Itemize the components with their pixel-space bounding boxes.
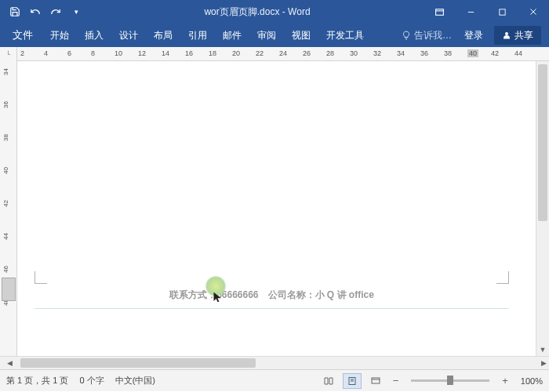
scroll-left-arrow[interactable]: ◀ (3, 357, 16, 369)
tab-layout[interactable]: 布局 (146, 24, 180, 47)
scroll-down-arrow[interactable]: ▼ (536, 343, 549, 356)
zoom-out-button[interactable]: − (390, 375, 402, 387)
ruler-mark: 42 (491, 49, 499, 57)
footer-corner-left (35, 271, 47, 284)
footer-separator (35, 308, 509, 309)
qat-more-button[interactable]: ▾ (67, 3, 85, 20)
zoom-level[interactable]: 100% (521, 376, 543, 386)
ruler-mark: 10 (115, 49, 122, 57)
ruler-mark: 34 (397, 49, 405, 57)
save-button[interactable] (6, 3, 24, 20)
tab-home[interactable]: 开始 (42, 24, 77, 47)
print-layout-icon (347, 376, 358, 386)
status-word-count[interactable]: 0 个字 (79, 375, 104, 387)
svg-rect-10 (372, 378, 380, 383)
ruler-mark: 44 (2, 233, 9, 240)
tell-me-label: 告诉我… (414, 29, 452, 42)
tab-mailings[interactable]: 邮件 (215, 24, 249, 47)
tab-view[interactable]: 视图 (284, 24, 318, 47)
ruler-mark: 28 (326, 49, 334, 57)
ruler-mark: 24 (279, 49, 287, 57)
footer-text: 联系方式：66666666 公司名称：小 Q 讲 office (35, 284, 509, 307)
maximize-icon (498, 8, 507, 16)
ruler-mark: 36 (420, 49, 428, 57)
undo-button[interactable] (27, 3, 44, 20)
footer-corner-right (496, 271, 509, 284)
tab-design[interactable]: 设计 (111, 24, 146, 47)
ruler-mark: 18 (209, 49, 216, 57)
cursor-icon (212, 290, 224, 304)
ruler-mark: 22 (256, 49, 264, 57)
lightbulb-icon (402, 31, 411, 40)
maximize-button[interactable] (486, 0, 518, 24)
ruler-mark: 32 (373, 49, 381, 57)
window-controls (424, 0, 549, 24)
ruler-mark: 46 (2, 266, 9, 273)
vertical-ruler[interactable]: 3436384042444648 (0, 61, 17, 356)
title-bar: ▾ wor页眉页脚.docx - Word (0, 0, 549, 24)
view-read-mode[interactable] (319, 373, 338, 389)
ruler-mark: 44 (514, 49, 522, 57)
web-layout-icon (370, 376, 381, 386)
zoom-slider[interactable] (411, 379, 489, 382)
page: 联系方式：66666666 公司名称：小 Q 讲 office (27, 61, 517, 356)
ruler-mark: 38 (2, 134, 9, 141)
view-web-layout[interactable] (366, 373, 385, 389)
tell-me-search[interactable]: 告诉我… (395, 29, 458, 42)
share-button[interactable]: 共享 (494, 26, 541, 45)
scroll-right-arrow[interactable]: ▶ (537, 357, 549, 369)
undo-icon (30, 6, 41, 17)
horizontal-scrollbar-row: ◀ ▶ (0, 356, 549, 369)
minimize-icon (467, 8, 475, 16)
document-canvas[interactable]: 联系方式：66666666 公司名称：小 Q 讲 office (17, 61, 536, 356)
ruler-mark: 30 (350, 49, 358, 57)
ruler-mark: 20 (232, 49, 240, 57)
svg-point-6 (505, 32, 508, 35)
login-link[interactable]: 登录 (458, 29, 489, 42)
close-button[interactable] (518, 0, 549, 24)
ruler-mark: 36 (2, 101, 9, 108)
horizontal-scroll-thumb[interactable] (20, 358, 256, 368)
svg-rect-0 (435, 9, 443, 15)
status-page[interactable]: 第 1 页，共 1 页 (6, 375, 68, 387)
ruler-mark: 6 (67, 49, 71, 57)
work-area: 3436384042444648 联系方式：66666666 公司名称：小 Q … (0, 61, 549, 356)
page-footer[interactable]: 联系方式：66666666 公司名称：小 Q 讲 office (35, 284, 509, 309)
horizontal-ruler[interactable]: └ 24681012141618202224262830323436384042… (0, 47, 549, 61)
minimize-button[interactable] (455, 0, 486, 24)
document-title: wor页眉页脚.docx - Word (91, 5, 424, 19)
ribbon-box-icon (434, 7, 445, 17)
status-language[interactable]: 中文(中国) (115, 375, 155, 387)
tab-references[interactable]: 引用 (180, 24, 215, 47)
tab-insert[interactable]: 插入 (77, 24, 111, 47)
ruler-mark: 40 (467, 49, 478, 57)
vertical-scroll-thumb[interactable] (538, 64, 547, 221)
ribbon-display-button[interactable] (424, 0, 455, 24)
ruler-mark: 14 (162, 49, 169, 57)
read-mode-icon (323, 376, 334, 386)
ruler-margin-handle[interactable] (2, 278, 16, 301)
share-person-icon (502, 31, 511, 40)
ruler-mark: 12 (138, 49, 146, 57)
horizontal-scrollbar[interactable]: ◀ ▶ (17, 357, 536, 369)
svg-rect-3 (499, 9, 504, 14)
tab-review[interactable]: 审阅 (249, 24, 284, 47)
ruler-mark: 26 (303, 49, 311, 57)
ruler-mark: 8 (91, 49, 95, 57)
redo-button[interactable] (47, 3, 64, 20)
ruler-mark: 16 (185, 49, 193, 57)
ruler-mark: 42 (2, 200, 9, 207)
tab-developer[interactable]: 开发工具 (318, 24, 372, 47)
status-bar: 第 1 页，共 1 页 0 个字 中文(中国) − + 100% (0, 369, 549, 391)
share-label: 共享 (514, 29, 533, 42)
ribbon-tabs: 文件 开始 插入 设计 布局 引用 邮件 审阅 视图 开发工具 告诉我… 登录 … (0, 24, 549, 47)
tab-file[interactable]: 文件 (3, 24, 42, 47)
vertical-scrollbar[interactable]: ▲ ▼ (536, 61, 549, 356)
close-icon (529, 7, 538, 16)
ruler-corner: └ (0, 47, 17, 61)
zoom-in-button[interactable]: + (499, 375, 511, 387)
view-print-layout[interactable] (343, 373, 362, 389)
ruler-mark: 2 (20, 49, 24, 57)
zoom-slider-knob[interactable] (447, 376, 453, 385)
ruler-mark: 38 (444, 49, 452, 57)
